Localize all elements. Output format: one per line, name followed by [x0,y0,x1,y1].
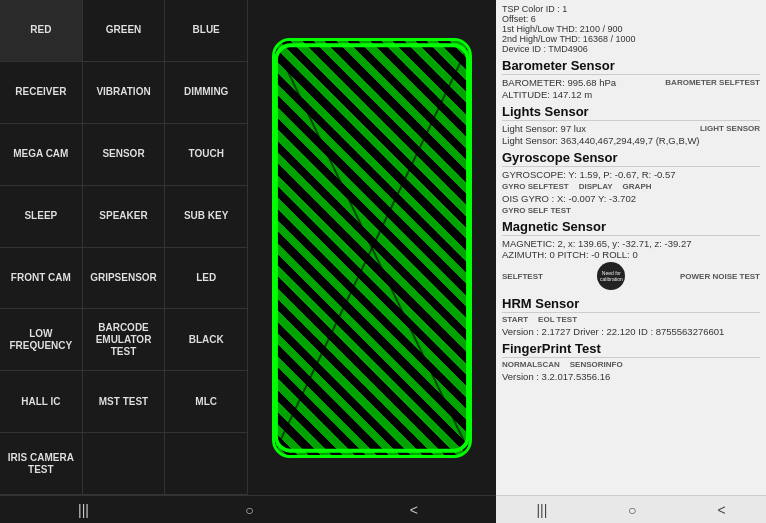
right-panel: TSP Color ID : 1 Offset: 6 1st High/Low … [496,0,766,495]
calibrate-label: Need for calibration [597,268,625,284]
hrm-start-button[interactable]: START [502,315,528,324]
hrm-eol-button[interactable]: EOL TEST [538,315,577,324]
middle-panel [248,0,496,495]
light-sensor-button[interactable]: LIGHT SENSOR [700,124,760,133]
fingerprint-btn-row: NORMALSCAN SENSORINFO [502,360,760,369]
gyro-selftest-button[interactable]: GYRO SELFTEST [502,182,569,191]
grid-cell-touch[interactable]: TOUCH [165,124,247,185]
grid-row-1: RECEIVERVIBRATIONDIMMING [0,62,247,124]
grid-cell-red[interactable]: RED [0,0,83,61]
phone-frame [272,38,472,458]
grid-cell-speaker[interactable]: SPEAKER [83,186,166,247]
gyro-graph-button[interactable]: GRAPH [623,182,652,191]
gyro-display-button[interactable]: DISPLAY [579,182,613,191]
grid-cell-iris-camera-test[interactable]: IRIS CAMERA TEST [0,433,83,494]
gyro-btn-row: GYRO SELFTEST DISPLAY GRAPH [502,182,760,191]
x-pattern [275,41,469,455]
grid-row-0: REDGREENBLUE [0,0,247,62]
magnetic-value: MAGNETIC: 2, x: 139.65, y: -32.71, z: -3… [502,238,760,249]
fingerprint-title: FingerPrint Test [502,341,760,358]
grid-row-3: SLEEPSPEAKERSUB KEY [0,186,247,248]
left-home-icon[interactable]: ○ [245,502,253,518]
altitude-value: ALTITUDE: 147.12 m [502,89,760,100]
grid-cell-empty1[interactable] [83,433,166,494]
hrm-btn-row: START EOL TEST [502,315,760,324]
grid-cell-dimming[interactable]: DIMMING [165,62,247,123]
fingerprint-section: FingerPrint Test NORMALSCAN SENSORINFO V… [502,341,760,382]
power-noise-button[interactable]: POWER NOISE TEST [680,272,760,281]
magnetic-btn-row: SELFTEST Need for calibration POWER NOIS… [502,260,760,292]
left-bottom-nav: ||| ○ < [0,495,496,523]
grid-cell-low-frequency[interactable]: LOW FREQUENCY [0,309,83,370]
right-bottom-nav: ||| ○ < [496,495,766,523]
barometer-value: BAROMETER: 995.68 hPa [502,77,616,88]
first-high-low: 1st High/Low THD: 2100 / 900 [502,24,760,34]
hrm-title: HRM Sensor [502,296,760,313]
grid-cell-led[interactable]: LED [165,248,247,309]
light-value2: Light Sensor: 363,440,467,294,49,7 (R,G,… [502,135,760,146]
grid-row-6: HALL ICMST TESTMLC [0,371,247,433]
normalscan-button[interactable]: NORMALSCAN [502,360,560,369]
barometer-row1: BAROMETER: 995.68 hPa BAROMETER SELFTEST [502,77,760,88]
gyro-value: GYROSCOPE: Y: 1.59, P: -0.67, R: -0.57 [502,169,760,180]
magnetic-title: Magnetic Sensor [502,219,760,236]
right-menu-icon[interactable]: ||| [536,502,547,518]
azimuth-value: AZIMUTH: 0 PITCH: -0 ROLL: 0 [502,249,760,260]
hrm-version: Version : 2.1727 Driver : 22.120 ID : 87… [502,326,760,337]
top-info: TSP Color ID : 1 Offset: 6 1st High/Low … [502,4,760,54]
grid-cell-sensor[interactable]: SENSOR [83,124,166,185]
grid-cell-empty2[interactable] [165,433,247,494]
gyro-self-test-button[interactable]: GYRO SELF TEST [502,206,571,215]
grid-cell-green[interactable]: GREEN [83,0,166,61]
magnetic-selftest-button[interactable]: SELFTEST [502,272,543,281]
grid-cell-mlc[interactable]: MLC [165,371,247,432]
sensorinfo-button[interactable]: SENSORINFO [570,360,623,369]
lights-row1: Light Sensor: 97 lux LIGHT SENSOR [502,123,760,134]
grid-row-2: MEGA CAMSENSORTOUCH [0,124,247,186]
grid-row-5: LOW FREQUENCYBARCODE EMULATOR TESTBLACK [0,309,247,371]
grid-cell-blue[interactable]: BLUE [165,0,247,61]
calibrate-circle: Need for calibration [597,262,625,290]
grid-row-4: FRONT CAMGRIPSENSORLED [0,248,247,310]
hrm-section: HRM Sensor START EOL TEST Version : 2.17… [502,296,760,337]
lights-title: Lights Sensor [502,104,760,121]
barometer-selftest-button[interactable]: BAROMETER SELFTEST [665,78,760,87]
grid-cell-vibration[interactable]: VIBRATION [83,62,166,123]
fingerprint-version: Version : 3.2.017.5356.16 [502,371,760,382]
grid-cell-black[interactable]: BLACK [165,309,247,370]
right-home-icon[interactable]: ○ [628,502,636,518]
grid-row-7: IRIS CAMERA TEST [0,433,247,495]
left-menu-icon[interactable]: ||| [78,502,89,518]
lights-section: Lights Sensor Light Sensor: 97 lux LIGHT… [502,104,760,146]
grid-cell-receiver[interactable]: RECEIVER [0,62,83,123]
barometer-section: Barometer Sensor BAROMETER: 995.68 hPa B… [502,58,760,100]
grid-cell-sleep[interactable]: SLEEP [0,186,83,247]
second-high-low: 2nd High/Low THD: 16368 / 1000 [502,34,760,44]
grid-cell-mst-test[interactable]: MST TEST [83,371,166,432]
device-id: Device ID : TMD4906 [502,44,760,54]
offset: Offset: 6 [502,14,760,24]
grid-cell-mega-cam[interactable]: MEGA CAM [0,124,83,185]
tsp-color-id: TSP Color ID : 1 [502,4,760,14]
gyroscope-section: Gyroscope Sensor GYROSCOPE: Y: 1.59, P: … [502,150,760,215]
grid-cell-hall-ic[interactable]: HALL IC [0,371,83,432]
left-panel: REDGREENBLUERECEIVERVIBRATIONDIMMINGMEGA… [0,0,248,495]
magnetic-section: Magnetic Sensor MAGNETIC: 2, x: 139.65, … [502,219,760,292]
grid-cell-gripsensor[interactable]: GRIPSENSOR [83,248,166,309]
ois-value: OIS GYRO : X: -0.007 Y: -3.702 [502,193,760,204]
grid-cell-front-cam[interactable]: FRONT CAM [0,248,83,309]
barometer-title: Barometer Sensor [502,58,760,75]
left-back-icon[interactable]: < [410,502,418,518]
grid-cell-barcode-emulator-test[interactable]: BARCODE EMULATOR TEST [83,309,166,370]
right-back-icon[interactable]: < [717,502,725,518]
gyroscope-title: Gyroscope Sensor [502,150,760,167]
light-value1: Light Sensor: 97 lux [502,123,586,134]
grid-cell-sub-key[interactable]: SUB KEY [165,186,247,247]
bottom-bar-container: ||| ○ < ||| ○ < [0,495,766,523]
